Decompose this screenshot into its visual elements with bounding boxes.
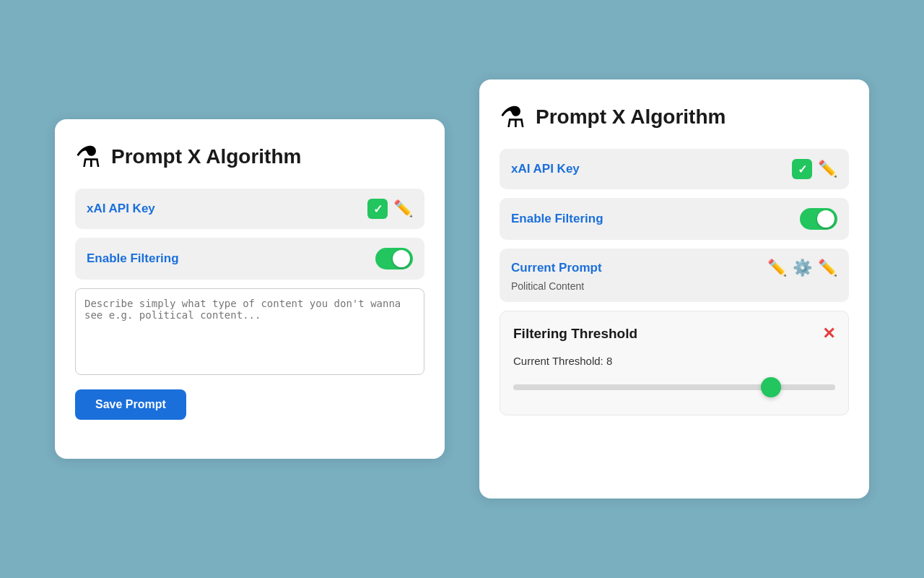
current-prompt-pencil2[interactable]: ✏️ xyxy=(818,259,837,277)
slider-thumb[interactable] xyxy=(761,377,781,397)
toggle-knob-right xyxy=(817,210,834,228)
filtering-row-right: Enable Filtering xyxy=(500,198,849,240)
filtering-row-left: Enable Filtering xyxy=(75,238,424,280)
toggle-knob-left xyxy=(393,250,410,267)
current-prompt-icons: ✏️ ⚙️ ✏️ xyxy=(767,259,837,277)
right-card-header: ⚗ Prompt X Algorithm xyxy=(500,103,849,131)
threshold-slider-container xyxy=(513,377,835,397)
filtering-label-right: Enable Filtering xyxy=(511,212,603,226)
threshold-header: Filtering Threshold ✕ xyxy=(513,324,835,343)
api-key-pencil-left[interactable]: ✏️ xyxy=(393,199,413,218)
threshold-box: Filtering Threshold ✕ Current Threshold:… xyxy=(500,311,849,415)
current-prompt-subtitle: Political Content xyxy=(511,280,837,292)
threshold-title: Filtering Threshold xyxy=(513,326,637,342)
filtering-toggle-left[interactable] xyxy=(375,248,413,269)
api-key-icons-right: ✓ ✏️ xyxy=(792,159,837,179)
current-prompt-pencil[interactable]: ✏️ xyxy=(767,259,787,277)
current-prompt-top: Current Prompt ✏️ ⚙️ ✏️ xyxy=(511,259,837,277)
threshold-value-label: Current Threshold: 8 xyxy=(513,355,835,367)
funnel-icon-left: ⚗ xyxy=(75,142,101,171)
filtering-toggle-right[interactable] xyxy=(800,208,837,230)
prompt-textarea[interactable] xyxy=(75,288,424,375)
current-prompt-label: Current Prompt xyxy=(511,261,602,275)
api-key-checkbox-left[interactable]: ✓ xyxy=(367,199,388,219)
threshold-close-button[interactable]: ✕ xyxy=(822,324,835,343)
right-card-title: Prompt X Algorithm xyxy=(536,105,725,129)
api-key-pencil-right[interactable]: ✏️ xyxy=(818,160,837,178)
api-key-row-right: xAI API Key ✓ ✏️ xyxy=(500,149,849,189)
filtering-label-left: Enable Filtering xyxy=(87,251,179,266)
slider-track xyxy=(513,384,835,390)
api-key-icons-left: ✓ ✏️ xyxy=(367,199,413,219)
left-card: ⚗ Prompt X Algorithm xAI API Key ✓ ✏️ En… xyxy=(55,119,445,459)
api-key-label-left: xAI API Key xyxy=(87,202,155,216)
right-card: ⚗ Prompt X Algorithm xAI API Key ✓ ✏️ En… xyxy=(479,79,869,499)
current-prompt-row: Current Prompt ✏️ ⚙️ ✏️ Political Conten… xyxy=(500,249,849,302)
left-card-title: Prompt X Algorithm xyxy=(111,145,301,168)
current-prompt-gear[interactable]: ⚙️ xyxy=(793,259,812,277)
api-key-checkbox-right[interactable]: ✓ xyxy=(792,159,812,179)
left-card-header: ⚗ Prompt X Algorithm xyxy=(75,142,424,171)
save-prompt-button[interactable]: Save Prompt xyxy=(75,389,186,420)
api-key-label-right: xAI API Key xyxy=(511,162,580,176)
api-key-row-left: xAI API Key ✓ ✏️ xyxy=(75,189,424,229)
funnel-icon-right: ⚗ xyxy=(500,103,526,131)
